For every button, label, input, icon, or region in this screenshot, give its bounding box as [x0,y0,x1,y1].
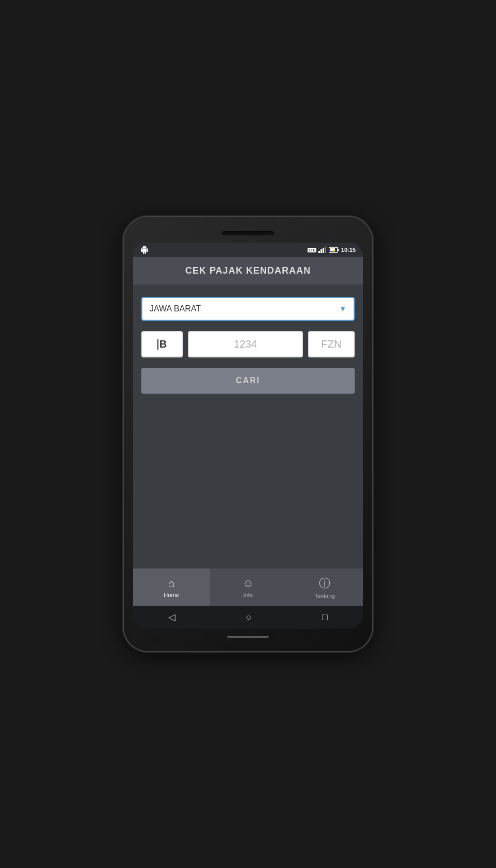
svg-rect-3 [325,247,326,253]
nav-item-home[interactable]: ⌂ Home [133,568,210,606]
status-bar: LTE ⚡ 10:15 [133,243,363,257]
home-indicator [227,636,269,638]
nav-label-tentang: Tentang [314,593,334,599]
svg-rect-2 [323,248,324,253]
search-button[interactable]: CARI [141,368,355,394]
phone-notch [133,226,363,241]
nav-label-info: Info [243,592,253,598]
nav-item-tentang[interactable]: ⓘ Tentang [286,568,363,606]
lte-badge: LTE [308,248,316,252]
plate-input-row: B 1234 FZN [141,331,355,357]
status-left [140,246,149,254]
svg-rect-6 [338,249,339,251]
back-button[interactable]: ◁ [158,607,186,627]
recents-button[interactable]: □ [312,608,338,627]
signal-icon [318,247,327,253]
province-dropdown[interactable]: JAWA BARAT ▼ [141,297,355,321]
plate-suffix-input[interactable]: FZN [308,331,355,357]
home-icon: ⌂ [168,577,174,590]
plate-suffix-placeholder: FZN [322,338,342,350]
home-button[interactable]: ○ [236,608,262,627]
about-icon: ⓘ [319,576,330,591]
dropdown-arrow-icon: ▼ [339,305,346,313]
svg-rect-1 [320,249,322,253]
phone-screen: LTE ⚡ 10:15 CEK PAJAK KENDARAAN [133,243,363,628]
main-content: JAWA BARAT ▼ B 1234 FZN CARI [133,285,363,568]
bottom-nav: ⌂ Home ☺ Info ⓘ Tentang [133,568,363,606]
phone-camera [326,230,331,235]
android-status-icon [140,246,149,254]
nav-label-home: Home [164,592,179,598]
phone-speaker [222,231,274,235]
svg-text:⚡: ⚡ [332,248,337,253]
province-value: JAWA BARAT [150,304,201,313]
app-title: CEK PAJAK KENDARAAN [185,265,311,276]
cursor-blink [157,339,158,350]
plate-prefix-value: B [159,338,167,350]
plate-number-input[interactable]: 1234 [188,331,303,357]
status-right: LTE ⚡ 10:15 [308,247,356,253]
svg-rect-0 [318,251,320,253]
nav-item-info[interactable]: ☺ Info [210,568,286,606]
status-time: 10:15 [341,247,356,253]
plate-number-placeholder: 1234 [234,338,257,350]
battery-icon: ⚡ [329,247,339,253]
android-nav-bar: ◁ ○ □ [133,606,363,628]
plate-prefix-input[interactable]: B [141,331,183,357]
phone-device: LTE ⚡ 10:15 CEK PAJAK KENDARAAN [124,217,372,651]
app-bar: CEK PAJAK KENDARAAN [133,257,363,285]
info-smiley-icon: ☺ [242,577,254,590]
phone-bottom [133,632,363,642]
